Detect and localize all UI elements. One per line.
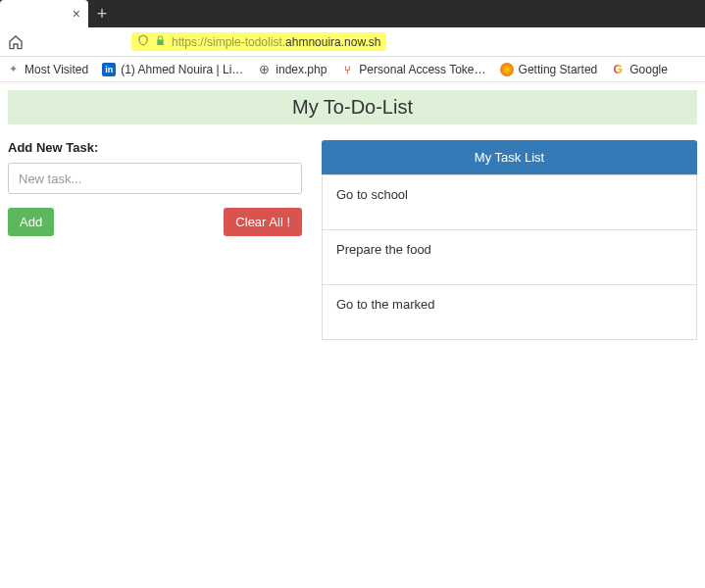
clear-all-button[interactable]: Clear All ! [224, 208, 302, 236]
task-item[interactable]: Go to school [322, 174, 697, 230]
page-title: My To-Do-List [8, 90, 697, 124]
new-tab-button[interactable]: + [88, 0, 116, 27]
bookmark-label: (1) Ahmed Nouira | Li… [121, 63, 243, 76]
task-item[interactable]: Go to the marked [322, 285, 697, 340]
bookmark-item[interactable]: in(1) Ahmed Nouira | Li… [102, 63, 243, 76]
bookmark-item[interactable]: Personal Access Toke… [340, 63, 485, 76]
bookmark-item[interactable]: index.php [257, 63, 327, 76]
add-task-heading: Add New Task: [8, 140, 302, 155]
tab-strip: × + [0, 0, 705, 27]
task-list-title: My Task List [322, 140, 697, 174]
bookmark-item[interactable]: Getting Started [500, 63, 598, 76]
page-content: My To-Do-List Add New Task: Add Clear Al… [0, 90, 705, 340]
bookmark-label: Getting Started [519, 63, 598, 76]
bookmark-item[interactable]: Most Visited [6, 63, 88, 76]
star-icon [6, 63, 20, 76]
browser-tab[interactable]: × [0, 0, 88, 27]
task-item[interactable]: Prepare the food [322, 230, 697, 285]
home-icon [8, 34, 24, 50]
bookmarks-bar: Most Visitedin(1) Ahmed Nouira | Li…inde… [0, 57, 705, 82]
in-icon: in [102, 63, 116, 76]
globe-icon [257, 63, 271, 76]
close-tab-icon[interactable]: × [73, 6, 80, 22]
bookmark-label: Most Visited [25, 63, 88, 76]
g-icon: G [611, 63, 625, 76]
url-text: https://simple-todolist.ahmnouira.now.sh [172, 35, 380, 49]
lock-icon [155, 35, 166, 49]
shield-icon [137, 34, 149, 49]
url-bar[interactable]: https://simple-todolist.ahmnouira.now.sh [131, 32, 386, 51]
home-button[interactable] [6, 32, 25, 52]
bookmark-label: Personal Access Toke… [359, 63, 485, 76]
add-task-panel: Add New Task: Add Clear All ! [8, 140, 302, 236]
git-icon [340, 63, 354, 76]
ff-icon [500, 63, 514, 76]
add-button[interactable]: Add [8, 208, 54, 236]
new-task-input[interactable] [8, 163, 302, 194]
browser-toolbar: https://simple-todolist.ahmnouira.now.sh [0, 27, 705, 57]
bookmark-item[interactable]: GGoogle [611, 63, 668, 76]
task-list-panel: My Task List Go to schoolPrepare the foo… [322, 140, 697, 340]
bookmark-label: Google [629, 63, 668, 76]
task-list: Go to schoolPrepare the foodGo to the ma… [322, 174, 697, 340]
bookmark-label: index.php [276, 63, 327, 76]
